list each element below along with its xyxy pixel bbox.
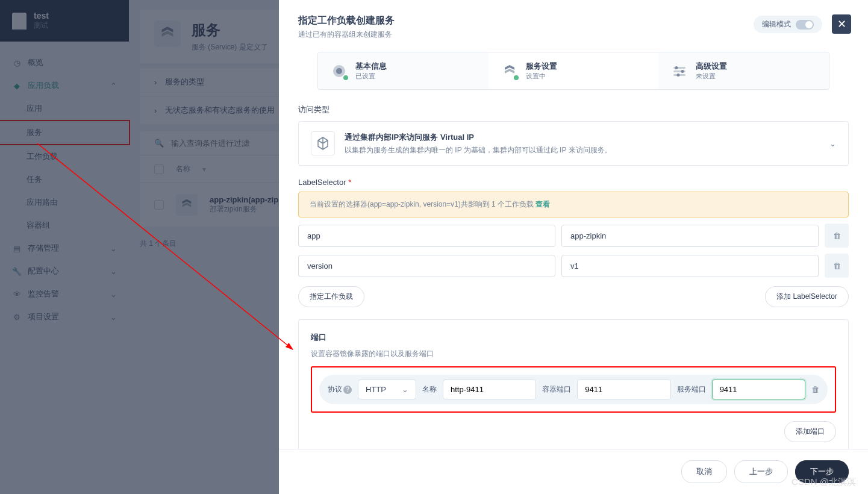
label-key-input[interactable] bbox=[298, 225, 555, 247]
chevron-down-icon: ⌄ bbox=[402, 385, 408, 394]
port-section: 端口 设置容器镜像暴露的端口以及服务端口 协议? HTTP⌄ 名称 容器端口 服… bbox=[298, 319, 849, 449]
prev-button[interactable]: 上一步 bbox=[734, 460, 788, 483]
specify-workload-button[interactable]: 指定工作负载 bbox=[298, 286, 364, 307]
protocol-label: 协议? bbox=[328, 384, 352, 395]
trash-icon[interactable]: 🗑 bbox=[811, 385, 819, 394]
close-icon: ✕ bbox=[837, 17, 846, 31]
cancel-button[interactable]: 取消 bbox=[681, 460, 727, 483]
modal-footer: 取消 上一步 下一步 bbox=[279, 449, 868, 494]
step-tabs: 基本信息已设置 服务设置设置中 高级设置未设置 bbox=[317, 52, 829, 90]
port-desc: 设置容器镜像暴露的端口以及服务端口 bbox=[311, 349, 836, 359]
access-type-card[interactable]: 通过集群内部IP来访问服务 Virtual IP 以集群为服务生成的集群内唯一的… bbox=[298, 121, 849, 166]
create-service-modal: 指定工作负载创建服务 通过已有的容器组来创建服务 编辑模式 ✕ 基本信息已设置 … bbox=[279, 0, 868, 494]
label-value-input[interactable] bbox=[561, 225, 819, 247]
delete-label-button[interactable]: 🗑 bbox=[825, 224, 849, 248]
access-type-label: 访问类型 bbox=[298, 104, 849, 115]
selector-alert: 当前设置的选择器(app=app-zipkin, version=v1)共影响到… bbox=[298, 192, 849, 217]
label-row-2: 🗑 bbox=[298, 254, 849, 278]
add-label-selector-button[interactable]: 添加 LabelSelector bbox=[765, 286, 849, 307]
protocol-select[interactable]: HTTP⌄ bbox=[358, 380, 416, 399]
svg-point-7 bbox=[677, 73, 680, 77]
add-port-button[interactable]: 添加端口 bbox=[784, 421, 836, 442]
service-settings-icon bbox=[501, 62, 519, 80]
label-selector-label: LabelSelector * bbox=[298, 178, 351, 187]
port-highlight-box: 协议? HTTP⌄ 名称 容器端口 服务端口 🗑 bbox=[311, 366, 836, 413]
basic-info-icon bbox=[330, 62, 348, 80]
label-row-1: 🗑 bbox=[298, 224, 849, 248]
trash-icon: 🗑 bbox=[833, 231, 841, 240]
label-key-input[interactable] bbox=[298, 255, 555, 277]
modal-body: 访问类型 通过集群内部IP来访问服务 Virtual IP 以集群为服务生成的集… bbox=[279, 90, 868, 449]
chevron-down-icon: ⌄ bbox=[829, 139, 836, 148]
trash-icon: 🗑 bbox=[833, 261, 841, 270]
access-desc: 以集群为服务生成的集群内唯一的 IP 为基础，集群内部可以通过此 IP 来访问服… bbox=[345, 145, 820, 155]
port-title: 端口 bbox=[311, 332, 836, 343]
service-port-label: 服务端口 bbox=[677, 384, 706, 395]
svg-point-5 bbox=[675, 66, 678, 69]
close-button[interactable]: ✕ bbox=[832, 14, 851, 34]
service-port-input[interactable] bbox=[712, 380, 805, 399]
modal-header: 指定工作负载创建服务 通过已有的容器组来创建服务 编辑模式 ✕ 基本信息已设置 … bbox=[279, 0, 868, 90]
label-value-input[interactable] bbox=[561, 255, 819, 277]
help-icon[interactable]: ? bbox=[343, 386, 352, 394]
edit-mode-toggle[interactable]: 编辑模式 bbox=[754, 16, 822, 33]
delete-label-button[interactable]: 🗑 bbox=[825, 254, 849, 278]
step-basic-info[interactable]: 基本信息已设置 bbox=[318, 52, 489, 89]
step-service-settings[interactable]: 服务设置设置中 bbox=[489, 52, 659, 89]
port-name-input[interactable] bbox=[443, 380, 536, 399]
toggle-switch-icon bbox=[796, 20, 814, 30]
name-label: 名称 bbox=[422, 384, 437, 395]
svg-point-1 bbox=[336, 68, 342, 74]
port-row: 协议? HTTP⌄ 名称 容器端口 服务端口 🗑 bbox=[319, 375, 828, 404]
container-port-input[interactable] bbox=[577, 380, 670, 399]
access-title: 通过集群内部IP来访问服务 Virtual IP bbox=[345, 132, 820, 143]
watermark: CSDN @北溟溟 bbox=[792, 477, 856, 488]
container-port-label: 容器端口 bbox=[542, 384, 571, 395]
step-advanced[interactable]: 高级设置未设置 bbox=[658, 52, 829, 89]
view-link[interactable]: 查看 bbox=[535, 200, 550, 208]
cube-icon bbox=[311, 131, 335, 155]
svg-point-6 bbox=[681, 70, 684, 73]
advanced-icon bbox=[670, 62, 688, 80]
